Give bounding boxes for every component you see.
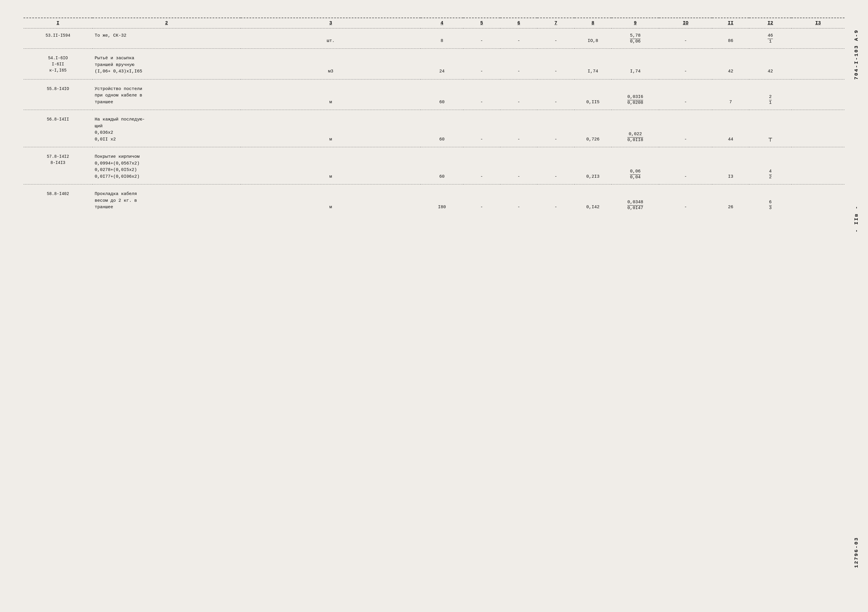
row-unit: м	[241, 187, 421, 215]
separator-cell	[611, 184, 659, 187]
separator-cell	[659, 49, 712, 51]
separator-cell	[421, 49, 463, 51]
separator-cell	[575, 110, 611, 113]
col-header-3: 3	[241, 18, 421, 28]
row-col5: -	[463, 112, 500, 147]
separator-cell	[537, 110, 574, 113]
col-header-7: 7	[537, 18, 574, 28]
separator-cell	[791, 79, 845, 82]
row-col12: 86	[712, 28, 749, 49]
row-description: Прокладка кабеля весом до 2 кг. в транше…	[93, 187, 241, 215]
row-col6: -	[500, 82, 537, 110]
row-col9: I,74	[575, 51, 611, 79]
row-col5: -	[463, 150, 500, 184]
separator-cell	[575, 147, 611, 150]
separator-cell	[611, 49, 659, 51]
col-header-5: 5	[463, 18, 500, 28]
row-col13: ┬	[749, 112, 791, 147]
separator-cell	[791, 147, 845, 150]
row-code: 54.I-6IO I-6II к-I,I65	[23, 51, 93, 79]
row-col12: 26	[712, 187, 749, 215]
col-header-4: 4	[421, 18, 463, 28]
separator-cell	[241, 110, 421, 113]
row-col9: 0,I42	[575, 187, 611, 215]
separator-cell	[421, 110, 463, 113]
row-code: 56.8-I4II	[23, 112, 93, 147]
row-col5: -	[463, 187, 500, 215]
table-row: 58.8-I402Прокладка кабеля весом до 2 кг.…	[23, 187, 845, 215]
separator-cell	[241, 147, 421, 150]
separator-cell	[23, 147, 93, 150]
row-col10: 0,03480,0I47	[611, 187, 659, 215]
row-col11: -	[659, 112, 712, 147]
row-code: 58.8-I402	[23, 187, 93, 215]
row-description: Покрытие кирпичом 0,0994+(0,0567x2) 0,02…	[93, 150, 241, 184]
separator-cell	[241, 79, 421, 82]
row-col7: -	[537, 150, 574, 184]
separator-cell	[93, 49, 241, 51]
row-col6: -	[500, 51, 537, 79]
separator-cell	[537, 184, 574, 187]
separator-cell	[463, 110, 500, 113]
separator-cell	[537, 147, 574, 150]
separator-cell	[23, 79, 93, 82]
row-unit: м	[241, 112, 421, 147]
separator-cell	[463, 79, 500, 82]
row-col6: -	[500, 150, 537, 184]
row-description: Рытьё и засыпка траншей вручную (I,06+ 0…	[93, 51, 241, 79]
separator-cell	[23, 184, 93, 187]
separator-cell	[241, 49, 421, 51]
row-col9: 0,2I3	[575, 150, 611, 184]
table-row: 54.I-6IO I-6II к-I,I65Рытьё и засыпка тр…	[23, 51, 845, 79]
row-code: 55.8-I4IO	[23, 82, 93, 110]
row-col10: I,74	[611, 51, 659, 79]
separator-cell	[791, 49, 845, 51]
col-header-1: I	[23, 18, 93, 28]
separator-cell	[712, 184, 749, 187]
row-col10: 5,780,06	[611, 28, 659, 49]
row-col13: 42	[749, 51, 791, 79]
row-col11: -	[659, 150, 712, 184]
separator-cell	[241, 184, 421, 187]
row-col13: 42	[749, 150, 791, 184]
separator-cell	[93, 79, 241, 82]
row-unit: м	[241, 150, 421, 184]
row-col7: -	[537, 82, 574, 110]
separator-cell	[611, 110, 659, 113]
row-code: 53.II-I594	[23, 28, 93, 49]
side-label-middle: - IIв -	[854, 205, 859, 232]
row-col10: 0,060,04	[611, 150, 659, 184]
row-quantity: 60	[421, 150, 463, 184]
row-col13: 461	[749, 28, 791, 49]
row-quantity: 60	[421, 82, 463, 110]
row-col11: -	[659, 51, 712, 79]
row-col12: I3	[712, 150, 749, 184]
row-quantity: I80	[421, 187, 463, 215]
row-col7: -	[537, 51, 574, 79]
side-label-bottom: 12796-03	[854, 537, 859, 568]
separator-cell	[93, 110, 241, 113]
separator-cell	[712, 49, 749, 51]
row-col6: -	[500, 187, 537, 215]
row-unit: шт.	[241, 28, 421, 49]
separator-cell	[463, 49, 500, 51]
main-table: I 2 3 4 5 6 7 8 9 IO II I2 I3 53.II-I594…	[23, 18, 845, 215]
row-col12: 42	[712, 51, 749, 79]
row-unit: м	[241, 82, 421, 110]
separator-cell	[500, 184, 537, 187]
row-col7: -	[537, 28, 574, 49]
separator-cell	[791, 110, 845, 113]
separator-cell	[611, 147, 659, 150]
row-description: То же, СК-32	[93, 28, 241, 49]
row-col10: 0,0220,0II8	[611, 112, 659, 147]
separator-cell	[500, 79, 537, 82]
row-col5: -	[463, 28, 500, 49]
separator-cell	[537, 49, 574, 51]
separator-cell	[659, 147, 712, 150]
row-quantity: 24	[421, 51, 463, 79]
row-col5: -	[463, 51, 500, 79]
row-col7: -	[537, 112, 574, 147]
separator-cell	[500, 110, 537, 113]
row-col12: 7	[712, 82, 749, 110]
separator-cell	[659, 184, 712, 187]
